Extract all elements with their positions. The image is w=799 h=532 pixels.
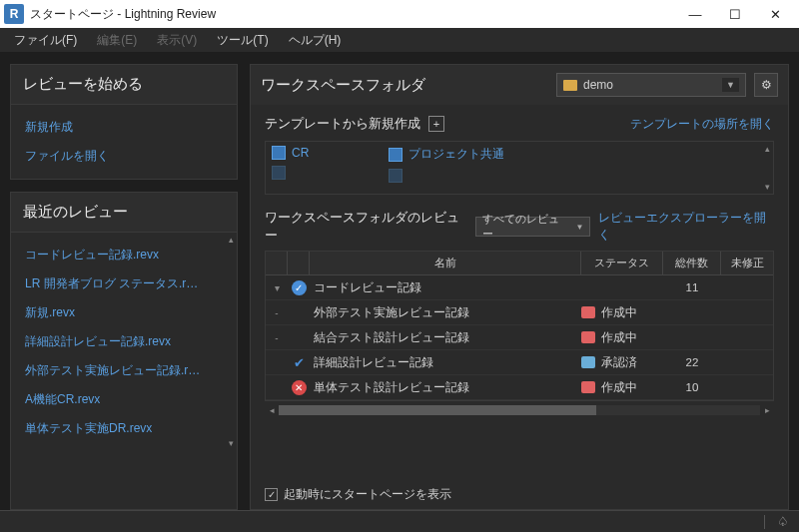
row-status: 作成中 <box>581 330 663 345</box>
notification-icon[interactable]: ♤ <box>777 514 789 529</box>
review-filter-select[interactable]: すべてのレビュー ▼ <box>475 217 590 237</box>
review-filter-value: すべてのレビュー <box>482 212 567 242</box>
scroll-left-icon[interactable]: ◂ <box>265 405 279 415</box>
template-label: プロジェクト共通 <box>408 146 504 163</box>
scroll-thumb[interactable] <box>279 405 596 415</box>
tree-toggle[interactable]: ▾ <box>266 282 288 293</box>
row-status-icon: ✕ <box>288 380 310 395</box>
row-total: 22 <box>663 356 721 368</box>
th-tree[interactable] <box>266 252 288 274</box>
reviews-table: 名前 ステータス 総件数 未修正 ▾✓コードレビュー記録11-外部テスト実施レビ… <box>265 251 774 401</box>
status-done-icon: ✔ <box>292 355 307 370</box>
scroll-up-icon[interactable]: ▴ <box>229 235 234 245</box>
recent-item[interactable]: LR 開発者ブログ ステータス.r… <box>11 269 237 298</box>
template-item[interactable] <box>272 166 309 180</box>
scroll-right-icon[interactable]: ▸ <box>760 405 774 415</box>
status-open-icon: ✓ <box>292 280 307 295</box>
menubar: ファイル(F) 編集(E) 表示(V) ツール(T) ヘルプ(H) <box>0 28 799 52</box>
workspace-folder-select[interactable]: demo ▼ <box>556 73 746 97</box>
recent-reviews-header: 最近のレビュー <box>11 193 237 233</box>
menu-view: 表示(V) <box>149 30 205 51</box>
th-total[interactable]: 総件数 <box>663 252 721 274</box>
table-row[interactable]: ✕単体テスト設計レビュー記録作成中10 <box>266 375 773 400</box>
th-status[interactable]: ステータス <box>581 252 663 274</box>
recent-item[interactable]: 外部テスト実施レビュー記録.r… <box>11 356 237 385</box>
status-color-badge <box>581 306 595 318</box>
tree-toggle[interactable]: - <box>266 332 288 343</box>
workspace-reviews-header: ワークスペースフォルダのレビュー <box>265 209 467 245</box>
th-unfixed[interactable]: 未修正 <box>721 252 773 274</box>
folder-icon <box>563 80 577 91</box>
recent-item[interactable]: 要求定義DR.revx <box>11 443 237 450</box>
templates-scrollbar[interactable]: ▴ ▾ <box>761 142 773 194</box>
template-icon <box>272 146 286 160</box>
new-review-link[interactable]: 新規作成 <box>11 113 237 142</box>
show-on-startup-checkbox[interactable]: ✓ <box>265 488 278 501</box>
menu-tool[interactable]: ツール(T) <box>209 30 276 51</box>
app-icon: R <box>4 4 24 24</box>
table-row[interactable]: -結合テスト設計レビュー記録作成中 <box>266 325 773 350</box>
template-item[interactable]: CR <box>272 146 309 160</box>
recent-scrollbar[interactable]: ▴ ▾ <box>225 233 237 450</box>
status-color-badge <box>581 331 595 343</box>
window-title: スタートページ - Lightning Review <box>30 6 675 23</box>
scroll-down-icon[interactable]: ▾ <box>765 182 770 192</box>
gear-icon: ⚙ <box>761 78 772 92</box>
recent-item[interactable]: コードレビュー記録.revx <box>11 241 237 269</box>
open-review-explorer-link[interactable]: レビューエクスプローラーを開く <box>598 210 774 244</box>
row-status-icon: ✓ <box>288 280 310 295</box>
table-row[interactable]: -外部テスト実施レビュー記録作成中 <box>266 300 773 325</box>
minimize-button[interactable]: — <box>675 2 715 26</box>
row-name: コードレビュー記録 <box>310 280 581 295</box>
templates-header: テンプレートから新規作成 <box>265 115 420 133</box>
th-status-icon[interactable] <box>288 252 310 274</box>
start-review-panel: レビューを始める 新規作成 ファイルを開く <box>10 64 238 180</box>
template-item[interactable]: プロジェクト共通 <box>389 146 504 163</box>
close-button[interactable]: ✕ <box>755 2 795 26</box>
table-row[interactable]: ▾✓コードレビュー記録11 <box>266 275 773 300</box>
menu-edit: 編集(E) <box>89 30 145 51</box>
menu-file[interactable]: ファイル(F) <box>6 30 85 51</box>
show-on-startup-label: 起動時にスタートページを表示 <box>284 486 451 503</box>
open-templates-folder-link[interactable]: テンプレートの場所を開く <box>630 116 774 133</box>
row-status: 作成中 <box>581 305 663 320</box>
workspace-panel: ワークスペースフォルダ demo ▼ ⚙ テンプレートから新規作成 + テンプレ… <box>250 64 789 510</box>
templates-list: CR プロジェクト共通 <box>265 141 774 195</box>
recent-reviews-panel: 最近のレビュー コードレビュー記録.revx LR 開発者ブログ ステータス.r… <box>10 192 238 510</box>
status-color-badge <box>581 381 595 393</box>
row-status-icon: ✔ <box>288 355 310 370</box>
recent-item[interactable]: 詳細設計レビュー記録.revx <box>11 327 237 356</box>
startup-checkbox-row: ✓ 起動時にスタートページを表示 <box>251 476 788 509</box>
settings-button[interactable]: ⚙ <box>754 73 778 97</box>
template-item[interactable] <box>389 169 504 183</box>
scroll-down-icon[interactable]: ▾ <box>229 438 234 448</box>
workspace-title: ワークスペースフォルダ <box>261 76 548 95</box>
status-text: 承認済 <box>601 355 637 370</box>
statusbar-divider <box>764 515 765 529</box>
status-text: 作成中 <box>601 380 637 395</box>
menu-help[interactable]: ヘルプ(H) <box>281 30 350 51</box>
workspace-header: ワークスペースフォルダ demo ▼ ⚙ <box>251 65 788 105</box>
status-error-icon: ✕ <box>292 380 307 395</box>
table-hscrollbar[interactable]: ◂ ▸ <box>265 403 774 417</box>
row-status: 作成中 <box>581 380 663 395</box>
th-name[interactable]: 名前 <box>310 252 581 274</box>
row-total: 11 <box>663 281 721 293</box>
start-review-header: レビューを始める <box>11 65 237 105</box>
add-template-button[interactable]: + <box>428 116 444 132</box>
recent-item[interactable]: A機能CR.revx <box>11 385 237 414</box>
statusbar: ♤ <box>0 510 799 532</box>
recent-item[interactable]: 新規.revx <box>11 298 237 327</box>
chevron-down-icon: ▼ <box>722 78 739 92</box>
table-header: 名前 ステータス 総件数 未修正 <box>266 252 773 275</box>
template-icon <box>389 169 402 183</box>
maximize-button[interactable]: ☐ <box>715 2 755 26</box>
recent-item[interactable]: 単体テスト実施DR.revx <box>11 414 237 443</box>
open-file-link[interactable]: ファイルを開く <box>11 142 237 171</box>
scroll-up-icon[interactable]: ▴ <box>765 144 770 154</box>
template-icon <box>272 166 286 180</box>
template-icon <box>389 148 402 162</box>
tree-toggle[interactable]: - <box>266 307 288 318</box>
row-name: 詳細設計レビュー記録 <box>310 355 581 370</box>
table-row[interactable]: ✔詳細設計レビュー記録承認済22 <box>266 350 773 375</box>
